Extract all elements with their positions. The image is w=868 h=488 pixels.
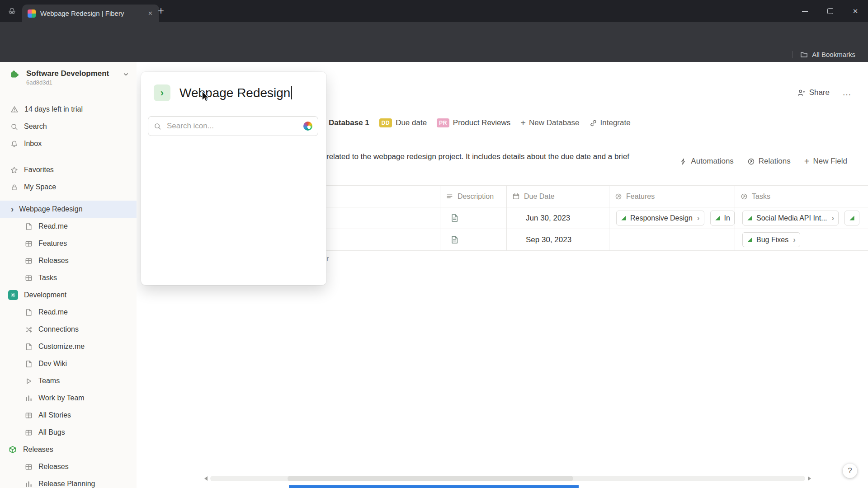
sidebar-item-teams[interactable]: Teams: [0, 372, 137, 389]
sidebar-item-work-by-team[interactable]: Work by Team: [0, 389, 137, 407]
sidebar-item-inbox[interactable]: Inbox: [0, 135, 137, 152]
due-date-cell[interactable]: Sep 30, 2023: [506, 229, 609, 250]
browser-tab[interactable]: Webpage Redesign | Fibery ✕: [22, 5, 159, 22]
product-reviews-label: Product Reviews: [453, 118, 511, 127]
sidebar-item-releases[interactable]: Releases: [0, 252, 137, 269]
due-date-column-header[interactable]: Due Date: [506, 186, 609, 207]
product-reviews-database-tab[interactable]: PR Product Reviews: [437, 118, 510, 127]
relation-icon: [741, 193, 748, 200]
chevron-down-icon: [123, 71, 129, 78]
trial-notice[interactable]: 14 days left in trial: [0, 101, 137, 118]
description-cell[interactable]: [440, 207, 506, 229]
relations-button[interactable]: Relations: [747, 157, 791, 166]
maximize-button[interactable]: [817, 0, 843, 22]
sidebar-item-my-space[interactable]: My Space: [0, 178, 137, 196]
tab-close-icon[interactable]: ✕: [146, 9, 155, 18]
all-bookmarks-button[interactable]: All Bookmarks: [812, 51, 855, 58]
sidebar-item-dev-wiki[interactable]: Dev Wiki: [0, 355, 137, 372]
integrate-button[interactable]: Integrate: [590, 118, 631, 127]
icon-picker-popup: › Webpage Redesign: [141, 72, 326, 285]
sidebar-item-webpage-redesign[interactable]: › Webpage Redesign: [0, 201, 137, 218]
sidebar-item-features[interactable]: Features: [0, 235, 137, 252]
separator: [792, 51, 793, 58]
description-cell[interactable]: [440, 229, 506, 250]
sidebar-item-connections[interactable]: Connections: [0, 321, 137, 338]
close-window-button[interactable]: ✕: [843, 0, 868, 22]
sidebar-item-label: Read.me: [38, 222, 68, 230]
features-cell[interactable]: Responsive Design › In: [609, 207, 735, 229]
more-menu-icon[interactable]: …: [842, 87, 852, 98]
table-icon: [25, 257, 33, 265]
share-button[interactable]: Share: [797, 88, 830, 97]
sidebar-item-all-bugs[interactable]: All Bugs: [0, 424, 137, 441]
workspace-switcher[interactable]: Software Development 6ad8d3d1: [0, 62, 137, 101]
task-chip[interactable]: Social Media API Int... ›: [742, 211, 839, 225]
sidebar-item-releases-db[interactable]: Releases: [0, 458, 137, 475]
lock-icon: [10, 183, 18, 191]
sidebar-section-development[interactable]: Development: [0, 286, 137, 304]
sidebar-item-readme-dev[interactable]: Read.me: [0, 304, 137, 321]
new-database-label: New Database: [529, 118, 580, 127]
search-icon: [154, 122, 161, 130]
feature-chip-partial[interactable]: In: [710, 211, 735, 225]
workspace-name: Software Development: [26, 69, 109, 78]
feature-chip[interactable]: Responsive Design ›: [616, 211, 704, 225]
help-button[interactable]: ?: [843, 464, 857, 478]
color-palette-icon[interactable]: [303, 122, 312, 131]
sidebar-item-tasks[interactable]: Tasks: [0, 269, 137, 286]
new-field-button[interactable]: + New Field: [804, 157, 847, 166]
entity-title-input[interactable]: Webpage Redesign: [179, 86, 292, 100]
sidebar-item-all-stories[interactable]: All Stories: [0, 407, 137, 424]
sidebar-item-release-planning[interactable]: Release Planning: [0, 475, 137, 488]
chip-label: Responsive Design: [630, 214, 693, 222]
document-icon: [25, 223, 33, 230]
document-icon: [25, 360, 33, 368]
relation-icon: [747, 158, 755, 165]
sidebar-item-search[interactable]: Search: [0, 118, 137, 135]
sidebar-item-label: Dev Wiki: [38, 360, 67, 368]
pr-badge: PR: [437, 118, 449, 127]
sidebar-item-label: Features: [38, 239, 67, 248]
icon-search-input[interactable]: [166, 121, 299, 131]
new-database-button[interactable]: + New Database: [520, 118, 579, 127]
task-chip[interactable]: Bug Fixes ›: [742, 232, 800, 247]
scrollbar-track[interactable]: [210, 476, 805, 481]
play-icon: [25, 377, 33, 385]
scroll-right-arrow[interactable]: [808, 476, 811, 481]
fibery-favicon-icon: [28, 9, 36, 18]
database-tab[interactable]: Database 1: [329, 118, 369, 127]
minimize-button[interactable]: [792, 0, 817, 22]
tasks-cell[interactable]: Bug Fixes ›: [735, 229, 868, 250]
text-caret: [291, 86, 292, 99]
chevron-right-icon: ›: [832, 214, 835, 223]
share-person-icon: [797, 89, 805, 97]
new-tab-button[interactable]: +: [158, 4, 164, 18]
sidebar-item-label: Work by Team: [38, 394, 85, 402]
star-icon: [10, 166, 18, 174]
expand-button[interactable]: ›: [154, 84, 170, 101]
task-chip-partial[interactable]: [844, 211, 859, 225]
icon-search-box[interactable]: [148, 116, 318, 136]
automations-button[interactable]: Automations: [679, 157, 734, 166]
search-icon: [10, 123, 18, 131]
package-icon: [8, 445, 17, 454]
sidebar-item-readme[interactable]: Read.me: [0, 218, 137, 235]
due-date-database-tab[interactable]: DD Due date: [379, 118, 427, 127]
column-header-label: Due Date: [524, 192, 555, 201]
tasks-column-header[interactable]: Tasks: [735, 186, 868, 207]
features-column-header[interactable]: Features: [609, 186, 735, 207]
sidebar-section-releases[interactable]: Releases: [0, 441, 137, 458]
sidebar-item-customizeme[interactable]: Customize.me: [0, 338, 137, 355]
page-scrollbar-thumb[interactable]: [289, 485, 579, 488]
features-cell[interactable]: [609, 229, 735, 250]
scrollbar-thumb[interactable]: [288, 476, 573, 481]
scroll-left-arrow[interactable]: [204, 476, 208, 481]
description-column-header[interactable]: Description: [440, 186, 506, 207]
text-lines-icon: [446, 192, 453, 200]
tasks-cell[interactable]: Social Media API Int... ›: [735, 207, 868, 229]
sidebar-item-label: All Bugs: [38, 428, 65, 436]
sidebar-item-favorites[interactable]: Favorites: [0, 161, 137, 178]
due-date-cell[interactable]: Jun 30, 2023: [506, 207, 609, 229]
horizontal-scrollbar[interactable]: [204, 474, 811, 483]
feature-triangle-icon: [715, 215, 721, 221]
